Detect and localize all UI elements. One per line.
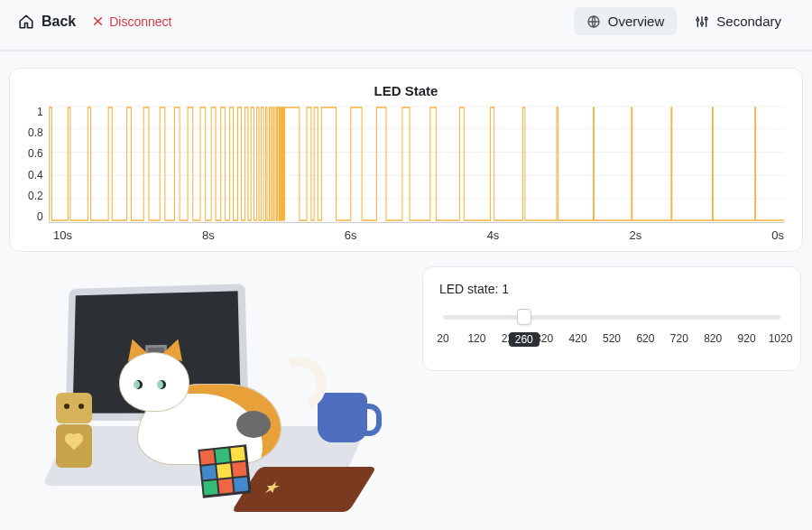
led-state-label: LED state: 1 [439,282,784,296]
slider-thumb[interactable] [517,309,531,325]
y-tick: 0.2 [28,190,43,202]
y-tick: 0.4 [28,169,43,181]
slider-mark: 120 [467,332,485,345]
x-tick: 4s [487,228,500,242]
disconnect-label: Disconnect [109,14,171,29]
svg-point-1 [697,18,699,21]
topbar: Back Disconnect Overview Secondary [0,0,812,51]
x-tick: 6s [345,228,357,242]
home-icon [18,14,34,30]
y-tick: 1 [37,106,43,118]
slider-track [443,315,780,320]
lower-row: LED state: 1 201202202603204205206207208… [9,266,803,519]
back-button[interactable]: Back [18,14,76,30]
topbar-left: Back Disconnect [18,14,172,30]
close-icon [92,15,104,27]
y-tick: 0.8 [28,126,43,139]
content: LED State 1 0.8 0.6 0.4 0.2 0 [0,51,812,519]
disconnect-button[interactable]: Disconnect [92,14,171,29]
illustration [11,266,408,519]
slider-mark: 420 [569,332,587,345]
tab-secondary-label: Secondary [716,14,781,29]
chart-y-axis: 1 0.8 0.6 0.4 0.2 0 [28,106,49,223]
slider-mark: 520 [603,332,621,345]
tab-overview[interactable]: Overview [574,7,678,35]
interval-slider[interactable] [443,309,780,325]
topbar-tabs: Overview Secondary [574,7,794,35]
chart-x-axis: 10s 8s 6s 4s 2s 0s [53,223,784,242]
y-tick: 0 [37,210,43,223]
chart-title: LED State [28,83,784,98]
globe-icon [586,14,601,29]
slider-mark: 720 [670,332,688,345]
chart-plot [49,106,784,223]
svg-point-3 [706,17,708,20]
slider-mark: 1020 [769,332,793,345]
slider-mark: 20 [437,332,448,345]
x-tick: 0s [771,228,784,242]
illustration-robot [56,393,92,423]
slider-mark: 620 [636,332,654,345]
x-tick: 10s [53,228,72,242]
svg-point-2 [701,22,704,24]
tab-overview-label: Overview [608,14,665,29]
illustration-rubiks-cube [198,444,251,497]
x-tick: 8s [202,228,215,242]
slider-mark: 820 [704,332,722,345]
y-tick: 0.6 [28,147,43,160]
chart-card: LED State 1 0.8 0.6 0.4 0.2 0 [9,68,803,252]
led-state-value: 1 [502,282,509,296]
slider-mark: 920 [738,332,756,345]
led-control-card: LED state: 1 201202202603204205206207208… [422,266,801,371]
tab-secondary[interactable]: Secondary [682,7,794,35]
slider-marks: 201202202603204205206207208209201020 [443,332,780,350]
x-tick: 2s [629,228,641,242]
slider-mark: 320 [535,332,553,345]
illustration-mug [318,393,367,442]
sliders-icon [695,14,709,29]
back-label: Back [42,14,76,30]
chart: 1 0.8 0.6 0.4 0.2 0 [28,106,784,242]
